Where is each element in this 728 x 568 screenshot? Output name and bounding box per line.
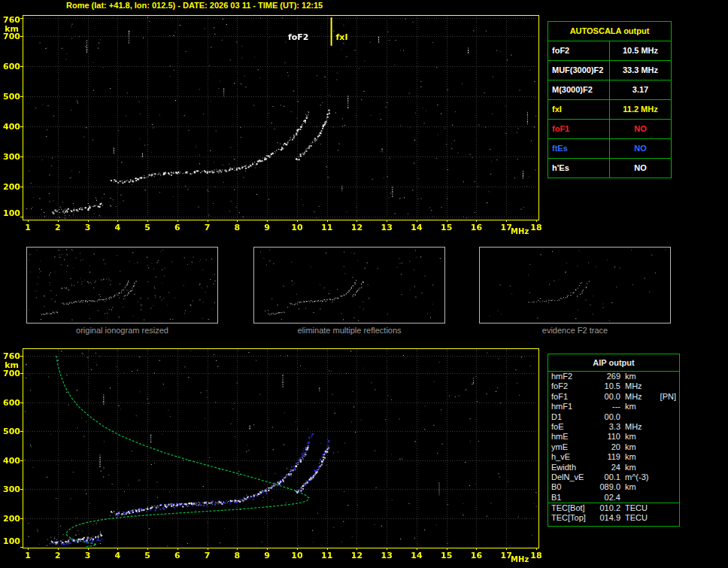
aip-unit: MHz — [620, 422, 655, 432]
aip-label: foE — [551, 422, 593, 432]
eliminate-reflections-thumbnail — [253, 247, 445, 323]
aip-unit: MHz — [620, 381, 655, 391]
aip-value: 10.5 — [593, 381, 620, 391]
autoscala-param-label: foF1 — [548, 120, 610, 138]
aip-row-foe: foE3.3MHz — [548, 422, 679, 432]
aip-row-b1: B102.4 — [548, 493, 679, 503]
autoscala-row-fxi: fxI11.2 MHz — [548, 100, 671, 120]
aip-extra: [PN] — [655, 392, 676, 402]
aip-unit: km — [620, 432, 655, 442]
restored-ionogram-plot — [0, 342, 548, 568]
autoscala-param-label: MUF(3000)F2 — [548, 61, 610, 80]
aip-extra — [655, 513, 676, 523]
aip-row-tec-bot-: TEC[Bot]010.2TECU — [548, 503, 679, 513]
aip-unit: km — [620, 372, 655, 381]
aip-label: DelN_vE — [551, 472, 593, 482]
autoscala-param-value: 33.3 MHz — [610, 61, 671, 80]
thumbnail-caption-f2: evidence F2 trace — [479, 326, 671, 335]
aip-value: 24 — [593, 463, 620, 472]
aip-unit: km — [620, 452, 655, 462]
aip-label: foF2 — [551, 381, 593, 391]
aip-value: 110 — [593, 432, 620, 442]
aip-extra — [655, 432, 676, 442]
aip-label: hmF1 — [551, 402, 593, 412]
autoscala-param-label: M(3000)F2 — [548, 80, 610, 99]
autoscala-row-h-es: h'EsNO — [548, 159, 671, 178]
aip-row-d1: D100.0 — [548, 412, 679, 422]
autoscala-param-value: NO — [610, 139, 671, 158]
aip-unit: km — [620, 463, 655, 472]
aip-value: 00.0 — [593, 392, 620, 402]
autoscala-output-table: AUTOSCALA output foF210.5 MHzMUF(3000)F2… — [548, 21, 672, 178]
aip-value: 00.0 — [593, 412, 620, 422]
aip-unit — [620, 412, 655, 422]
autoscala-row-ftes: ftEsNO — [548, 139, 671, 159]
aip-row-b0: B0089.0km — [548, 482, 679, 492]
aip-extra — [655, 442, 676, 452]
aip-value: 010.2 — [593, 503, 620, 513]
aip-row-yme: ymE20km — [548, 442, 679, 452]
aip-row-fof1: foF100.0MHz[PN] — [548, 392, 679, 402]
aip-value: 269 — [593, 372, 620, 381]
aip-value: 00.1 — [593, 472, 620, 482]
aip-row-hmf1: hmF1---km — [548, 402, 679, 412]
autoscala-param-value: 3.17 — [610, 80, 671, 99]
aip-label: foF1 — [551, 392, 593, 402]
aip-unit: m^(-3) — [620, 472, 655, 482]
autoscala-param-value: NO — [610, 159, 671, 178]
autoscala-row-m-3000-f2: M(3000)F23.17 — [548, 80, 671, 100]
thumbnail-caption-original: original ionogram resized — [26, 326, 218, 335]
aip-unit: km — [620, 482, 655, 492]
aip-label: TEC[Bot] — [551, 503, 593, 513]
aip-value: 02.4 — [593, 493, 620, 503]
aip-value: 20 — [593, 442, 620, 452]
thumbnail-caption-reflections: eliminate multiple reflections — [253, 326, 445, 335]
autoscala-param-value: NO — [610, 120, 671, 138]
aip-label: B1 — [551, 493, 593, 503]
thumbnail-f2-evidence: evidence F2 trace — [479, 247, 671, 335]
aip-extra — [655, 472, 676, 482]
ionogram-plot — [0, 9, 548, 236]
thumbnail-no-reflections: eliminate multiple reflections — [253, 247, 445, 335]
autoscala-param-value: 10.5 MHz — [610, 41, 671, 60]
original-ionogram-thumbnail — [26, 247, 218, 323]
aip-table-title: AIP output — [548, 354, 679, 372]
aip-value: 014.9 — [593, 513, 620, 523]
aip-label: B0 — [551, 482, 593, 492]
thumbnail-original: original ionogram resized — [26, 247, 218, 335]
aip-row-ewidth: Ewidth24km — [548, 463, 679, 472]
aip-value: --- — [593, 402, 620, 412]
aip-label: Ewidth — [551, 463, 593, 472]
aip-label: TEC[Top] — [551, 513, 593, 523]
autoscala-row-fof2: foF210.5 MHz — [548, 41, 671, 61]
aip-label: hmE — [551, 432, 593, 442]
autoscala-table-title: AUTOSCALA output — [548, 22, 671, 41]
aip-value: 3.3 — [593, 422, 620, 432]
aip-label: h_vE — [551, 452, 593, 462]
autoscala-param-label: h'Es — [548, 159, 610, 178]
aip-unit: TECU — [620, 513, 655, 523]
aip-row-deln-ve: DelN_vE00.1m^(-3) — [548, 472, 679, 482]
aip-value: 119 — [593, 452, 620, 462]
aip-extra — [655, 381, 676, 391]
aip-row-h-ve: h_vE119km — [548, 452, 679, 462]
aip-unit — [620, 493, 655, 503]
aip-unit: TECU — [620, 503, 655, 513]
aip-row-fof2: foF210.5MHz — [548, 381, 679, 391]
aip-extra — [655, 452, 676, 462]
autoscala-param-value: 11.2 MHz — [610, 100, 671, 119]
aip-extra — [655, 482, 676, 492]
autoscala-param-label: fxI — [548, 100, 610, 119]
autoscala-screen: Rome (lat: +41.8, lon: 012.5) - DATE: 20… — [0, 0, 728, 568]
autoscala-param-label: ftEs — [548, 139, 610, 158]
aip-label: D1 — [551, 412, 593, 422]
aip-row-hmf2: hmF2269km — [548, 372, 679, 381]
aip-label: hmF2 — [551, 372, 593, 381]
aip-extra — [655, 372, 676, 381]
aip-extra — [655, 412, 676, 422]
aip-unit: km — [620, 442, 655, 452]
aip-label: ymE — [551, 442, 593, 452]
aip-table-rows: hmF2269kmfoF210.5MHzfoF100.0MHz[PN]hmF1-… — [548, 372, 679, 524]
aip-row-hme: hmE110km — [548, 432, 679, 442]
aip-extra — [655, 503, 676, 513]
